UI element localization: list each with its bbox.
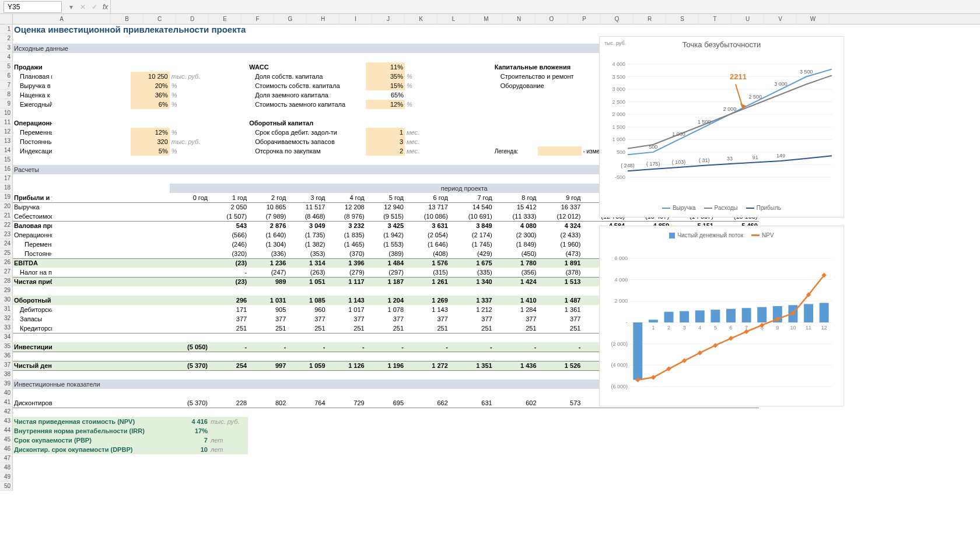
svg-text:1 000: 1 000 [612,136,625,142]
fx-label[interactable]: fx [100,3,110,11]
svg-text:( 103): ( 103) [672,159,686,165]
svg-rect-69 [726,309,736,322]
svg-text:1 500: 1 500 [698,119,711,125]
svg-text:2211: 2211 [730,72,747,81]
svg-rect-75 [820,303,829,322]
svg-text:500: 500 [617,149,625,155]
svg-rect-64 [649,320,658,322]
svg-text:12: 12 [821,325,827,331]
svg-text:3 500: 3 500 [800,69,813,75]
svg-text:6: 6 [729,325,732,331]
svg-text:4 000: 4 000 [614,277,628,283]
svg-rect-70 [742,308,751,322]
svg-text:( 248): ( 248) [621,163,635,169]
svg-text:1 500: 1 500 [612,124,625,130]
svg-text:3 000: 3 000 [612,86,625,92]
svg-text:2 000: 2 000 [614,298,628,304]
formula-bar: ▾ ✕ ✓ fx [0,0,980,14]
svg-text:( 175): ( 175) [646,161,660,167]
name-box[interactable] [4,1,62,13]
cashflow-npv-chart: Чистый денежный потокNPV(6 000)(4 000)(2… [599,226,844,406]
svg-text:500: 500 [649,144,657,150]
svg-rect-71 [757,307,766,322]
svg-rect-67 [695,310,705,322]
svg-rect-63 [633,322,642,380]
svg-text:6 000: 6 000 [614,255,628,261]
svg-text:-: - [626,320,628,325]
confirm-icon[interactable]: ✓ [89,3,100,11]
svg-rect-65 [664,312,674,322]
svg-text:149: 149 [776,153,785,159]
spreadsheet-grid[interactable]: Оценка инвестиционной привлекательности … [13,24,980,551]
svg-text:2 000: 2 000 [612,111,625,117]
svg-rect-66 [680,311,689,322]
svg-rect-80 [698,350,702,355]
svg-line-34 [736,84,743,107]
svg-text:10: 10 [790,325,796,331]
svg-text:3 500: 3 500 [612,74,625,80]
svg-rect-82 [729,336,733,341]
svg-text:4 000: 4 000 [612,61,625,67]
svg-text:(2 000): (2 000) [611,341,628,347]
svg-text:3: 3 [683,325,686,331]
svg-text:91: 91 [752,155,758,160]
svg-text:2 000: 2 000 [723,106,737,112]
svg-text:(4 000): (4 000) [611,362,628,368]
formula-input[interactable] [110,0,980,13]
svg-text:1: 1 [652,325,654,331]
svg-text:( 31): ( 31) [699,157,710,163]
svg-text:11: 11 [806,325,811,331]
svg-text:(6 000): (6 000) [611,384,628,389]
svg-text:-500: -500 [615,174,625,180]
row-headers[interactable]: 1234567891011121314151617181920212223242… [0,24,13,491]
dropdown-icon[interactable]: ▾ [65,3,77,11]
svg-text:3 000: 3 000 [774,81,788,87]
svg-rect-74 [804,304,813,322]
svg-text:4: 4 [698,325,701,331]
svg-text:5: 5 [714,325,717,331]
breakeven-chart: тыс. руб.Точка безубыточности-5005001 00… [599,36,844,217]
svg-text:2 500: 2 500 [748,94,762,100]
svg-text:2: 2 [667,325,670,331]
cancel-icon[interactable]: ✕ [77,3,89,11]
svg-text:33: 33 [727,156,733,162]
svg-text:1 000: 1 000 [672,131,685,137]
column-headers[interactable]: ABCDEFGHIJKLMNOPQRSTUVW [13,14,980,24]
svg-text:2 500: 2 500 [612,99,625,105]
svg-text:9: 9 [776,325,779,331]
svg-rect-68 [710,310,720,322]
